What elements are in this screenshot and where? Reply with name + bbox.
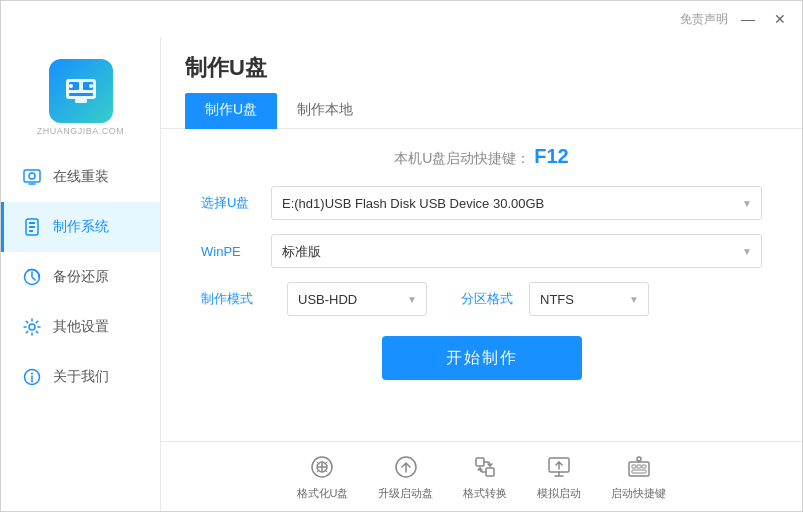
usb-select-row: 选择U盘 E:(hd1)USB Flash Disk USB Device 30…: [201, 186, 762, 220]
titlebar-actions: 免责声明 — ✕: [680, 7, 792, 31]
boot-shortcut-icon: [624, 452, 654, 482]
svg-rect-7: [24, 170, 40, 182]
svg-rect-26: [642, 465, 646, 468]
logo-area: ZHUANGJIBA.COM: [1, 47, 160, 152]
svg-rect-10: [29, 222, 35, 224]
make-system-icon: [21, 216, 43, 238]
svg-point-6: [89, 84, 93, 88]
format-convert-label: 格式转换: [463, 486, 507, 501]
tool-upgrade-boot[interactable]: 升级启动盘: [378, 452, 433, 501]
shortcut-hint: 本机U盘启动快捷键： F12: [201, 145, 762, 168]
format-usb-icon: [307, 452, 337, 482]
sidebar-menu: 在线重装 制作系统: [1, 152, 160, 511]
tabs: 制作U盘 制作本地: [161, 93, 802, 129]
disclaimer-link[interactable]: 免责声明: [680, 11, 728, 28]
shortcut-key: F12: [534, 145, 568, 167]
svg-rect-25: [637, 465, 641, 468]
svg-rect-4: [75, 99, 87, 103]
winpe-label: WinPE: [201, 244, 271, 259]
svg-point-5: [69, 84, 73, 88]
svg-rect-23: [629, 462, 649, 476]
content-area: 制作U盘 制作U盘 制作本地 本机U盘启动快捷键： F12 选择U: [161, 37, 802, 511]
winpe-row: WinPE 标准版 高级版: [201, 234, 762, 268]
sidebar-label-backup-restore: 备份还原: [53, 268, 109, 286]
logo-icon: [49, 59, 113, 123]
main-window: 免责声明 — ✕: [0, 0, 803, 512]
usb-select-wrapper: E:(hd1)USB Flash Disk USB Device 30.00GB: [271, 186, 762, 220]
active-indicator: [1, 202, 4, 252]
backup-restore-icon: [21, 266, 43, 288]
sidebar-item-other-settings[interactable]: 其他设置: [1, 302, 160, 352]
minimize-button[interactable]: —: [736, 7, 760, 31]
svg-rect-21: [486, 468, 494, 476]
sidebar-label-make-system: 制作系统: [53, 218, 109, 236]
content-header: 制作U盘: [161, 37, 802, 83]
tool-simulate-boot[interactable]: 模拟启动: [537, 452, 581, 501]
sidebar-item-make-system[interactable]: 制作系统: [1, 202, 160, 252]
usb-label: 选择U盘: [201, 194, 271, 212]
sidebar-label-online-reinstall: 在线重装: [53, 168, 109, 186]
tab-make-local[interactable]: 制作本地: [277, 93, 373, 129]
svg-point-14: [29, 324, 35, 330]
about-us-icon: [21, 366, 43, 388]
sidebar: ZHUANGJIBA.COM 在线重装: [1, 37, 161, 511]
upgrade-boot-label: 升级启动盘: [378, 486, 433, 501]
svg-rect-27: [632, 470, 646, 473]
other-settings-icon: [21, 316, 43, 338]
sidebar-item-about-us[interactable]: 关于我们: [1, 352, 160, 402]
winpe-select[interactable]: 标准版 高级版: [271, 234, 762, 268]
svg-rect-11: [29, 226, 35, 228]
form-content: 本机U盘启动快捷键： F12 选择U盘 E:(hd1)USB Flash Dis…: [161, 129, 802, 441]
boot-shortcut-label: 启动快捷键: [611, 486, 666, 501]
tool-boot-shortcut[interactable]: 启动快捷键: [611, 452, 666, 501]
svg-rect-12: [29, 230, 33, 232]
simulate-boot-label: 模拟启动: [537, 486, 581, 501]
sidebar-label-about-us: 关于我们: [53, 368, 109, 386]
start-button[interactable]: 开始制作: [382, 336, 582, 380]
logo-sub: ZHUANGJIBA.COM: [37, 126, 125, 136]
sidebar-item-online-reinstall[interactable]: 在线重装: [1, 152, 160, 202]
tool-format-usb[interactable]: 格式化U盘: [297, 452, 349, 501]
mode-label: 制作模式: [201, 290, 271, 308]
close-button[interactable]: ✕: [768, 7, 792, 31]
svg-point-8: [29, 173, 35, 179]
format-convert-icon: [470, 452, 500, 482]
mode-select[interactable]: USB-HDD USB-ZIP USB-FDD: [287, 282, 427, 316]
sidebar-label-other-settings: 其他设置: [53, 318, 109, 336]
partition-select[interactable]: NTFS FAT32 exFAT: [529, 282, 649, 316]
sidebar-item-backup-restore[interactable]: 备份还原: [1, 252, 160, 302]
partition-select-wrapper: NTFS FAT32 exFAT: [529, 282, 649, 316]
main-layout: ZHUANGJIBA.COM 在线重装: [1, 37, 802, 511]
partition-label: 分区格式: [443, 290, 513, 308]
mode-partition-row: 制作模式 USB-HDD USB-ZIP USB-FDD 分区格式 NTFS F…: [201, 282, 762, 316]
svg-point-16: [31, 373, 33, 375]
bottom-toolbar: 格式化U盘 升级启动盘: [161, 441, 802, 511]
titlebar: 免责声明 — ✕: [1, 1, 802, 37]
mode-select-wrapper: USB-HDD USB-ZIP USB-FDD: [287, 282, 427, 316]
simulate-boot-icon: [544, 452, 574, 482]
upgrade-boot-icon: [391, 452, 421, 482]
online-reinstall-icon: [21, 166, 43, 188]
svg-rect-24: [632, 465, 636, 468]
winpe-select-wrapper: 标准版 高级版: [271, 234, 762, 268]
page-title: 制作U盘: [185, 53, 267, 83]
shortcut-prefix: 本机U盘启动快捷键：: [394, 150, 530, 166]
svg-rect-3: [69, 93, 93, 96]
usb-select[interactable]: E:(hd1)USB Flash Disk USB Device 30.00GB: [271, 186, 762, 220]
svg-rect-20: [476, 458, 484, 466]
format-usb-label: 格式化U盘: [297, 486, 349, 501]
tool-format-convert[interactable]: 格式转换: [463, 452, 507, 501]
tab-make-usb[interactable]: 制作U盘: [185, 93, 277, 129]
